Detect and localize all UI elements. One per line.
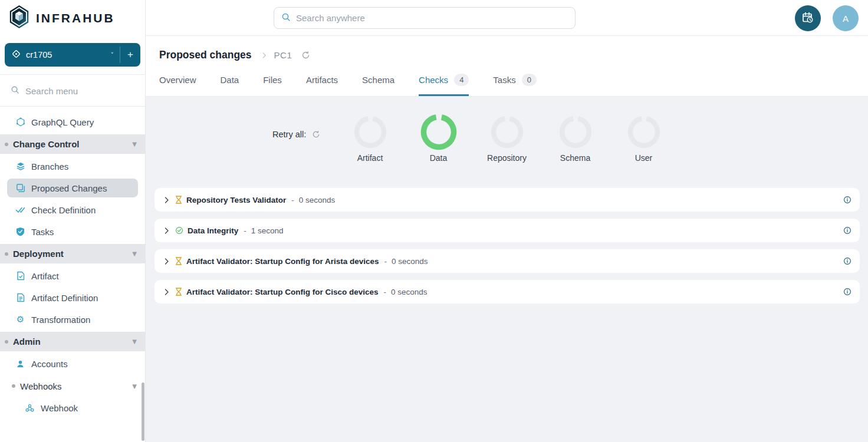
validator-row-data-integrity[interactable]: Data Integrity - 1 second xyxy=(154,219,860,242)
check-circle-success-icon xyxy=(175,226,183,235)
global-search-input[interactable] xyxy=(296,13,568,23)
shield-check-icon xyxy=(15,227,25,237)
sidebar-section-admin[interactable]: Admin ▼ xyxy=(0,332,145,351)
section-bullet-icon xyxy=(5,252,8,256)
chevron-right-icon[interactable] xyxy=(163,288,170,296)
sidebar-item-label: Branches xyxy=(31,161,68,171)
section-bullet-icon xyxy=(12,384,15,388)
sidebar-item-proposed-changes[interactable]: Proposed Changes xyxy=(7,179,138,197)
branches-icon xyxy=(15,161,25,171)
page-title: Proposed changes xyxy=(159,49,252,61)
sidebar-search[interactable] xyxy=(0,75,145,106)
sidebar-search-input[interactable] xyxy=(25,86,131,96)
chevron-down-icon[interactable]: ˅ xyxy=(105,51,120,59)
sidebar-item-branches[interactable]: Branches xyxy=(7,157,138,176)
info-icon[interactable] xyxy=(843,226,851,235)
info-icon[interactable] xyxy=(843,257,851,265)
sidebar-item-label: Transformation xyxy=(31,315,90,325)
brand-wordmark: INFRAHUB xyxy=(36,11,115,25)
page-header: Proposed changes PC1 Overview Data Files… xyxy=(146,36,868,97)
progress-ring-icon xyxy=(559,114,592,150)
checks-panel: Retry all: Artifact xyxy=(146,97,868,442)
logo[interactable]: INFRAHUB xyxy=(0,0,145,36)
sidebar-item-label: GraphQL Query xyxy=(31,117,94,127)
sidebar-item-label: Tasks xyxy=(31,227,54,237)
sidebar-item-label: Artifact xyxy=(31,271,59,281)
section-label: Admin xyxy=(13,337,41,347)
info-icon[interactable] xyxy=(843,288,851,296)
sidebar-item-label: Artifact Definition xyxy=(31,293,98,303)
avatar-initial: A xyxy=(843,14,849,24)
graphql-icon xyxy=(15,117,25,127)
gear-icon: ⚙ xyxy=(15,315,25,325)
hourglass-pending-icon xyxy=(175,257,182,265)
branch-selector[interactable]: cr1705 ˅ + xyxy=(5,43,140,67)
infrahub-logo-icon xyxy=(8,5,30,31)
validator-row-artifact-arista[interactable]: Artifact Validator: Startup Config for A… xyxy=(154,249,860,273)
filter-data[interactable]: Data xyxy=(418,114,459,163)
current-branch-label: cr1705 xyxy=(26,50,52,60)
tab-checks[interactable]: Checks 4 xyxy=(419,74,469,96)
sidebar-scrollbar[interactable] xyxy=(142,382,144,441)
sidebar-item-label: Check Definition xyxy=(31,205,96,215)
tab-tasks[interactable]: Tasks 0 xyxy=(493,74,537,96)
chevron-right-icon[interactable] xyxy=(163,227,170,235)
tab-schema[interactable]: Schema xyxy=(362,74,394,96)
tab-artifacts[interactable]: Artifacts xyxy=(306,74,338,96)
retry-all-refresh-icon[interactable] xyxy=(312,130,320,138)
add-branch-button[interactable]: + xyxy=(120,47,134,63)
chevron-right-icon[interactable] xyxy=(163,196,170,204)
sidebar-item-check-definition[interactable]: Check Definition xyxy=(7,200,138,219)
retry-all: Retry all: xyxy=(272,130,320,139)
sidebar-section-webhooks[interactable]: Webhooks ▼ xyxy=(0,377,145,395)
sidebar-item-label: Proposed Changes xyxy=(31,183,107,193)
tab-data[interactable]: Data xyxy=(221,74,239,96)
main-area: A Proposed changes PC1 Overview Data Fil… xyxy=(146,0,868,442)
filter-repository[interactable]: Repository xyxy=(486,114,528,163)
chevron-down-icon: ▼ xyxy=(132,141,137,147)
sidebar: INFRAHUB cr1705 ˅ + GraphQL Query xyxy=(0,0,146,442)
refresh-icon[interactable] xyxy=(301,51,310,60)
sidebar-item-transformation[interactable]: ⚙ Transformation xyxy=(7,310,138,329)
info-icon[interactable] xyxy=(843,196,851,204)
hourglass-pending-icon xyxy=(175,196,182,204)
calendar-clock-icon xyxy=(801,11,814,26)
tab-overview[interactable]: Overview xyxy=(159,74,196,96)
section-bullet-icon xyxy=(5,143,8,146)
search-icon xyxy=(11,85,19,97)
chevron-right-icon[interactable] xyxy=(163,258,170,265)
schedule-button[interactable] xyxy=(795,5,821,31)
sidebar-item-tasks[interactable]: Tasks xyxy=(7,222,138,241)
top-bar: A xyxy=(146,0,868,36)
hourglass-pending-icon xyxy=(175,288,182,296)
validator-list: Repository Tests Validator - 0 seconds D… xyxy=(146,170,868,304)
chevron-down-icon: ▼ xyxy=(132,250,137,257)
filter-schema[interactable]: Schema xyxy=(555,114,596,163)
filter-user[interactable]: User xyxy=(623,114,665,163)
validator-duration: 1 second xyxy=(251,226,284,235)
sidebar-item-accounts[interactable]: Accounts xyxy=(7,354,138,373)
chevron-down-icon: ▼ xyxy=(132,338,137,345)
filter-artifact[interactable]: Artifact xyxy=(350,114,391,163)
sidebar-item-artifact[interactable]: Artifact xyxy=(7,266,138,285)
validator-row-repository-tests[interactable]: Repository Tests Validator - 0 seconds xyxy=(154,188,860,212)
check-filters-row: Retry all: Artifact xyxy=(146,114,868,170)
sidebar-item-webhook[interactable]: Webhook xyxy=(7,398,138,417)
sidebar-item-label: Webhook xyxy=(41,403,78,413)
user-avatar[interactable]: A xyxy=(833,5,859,31)
app-window: INFRAHUB cr1705 ˅ + GraphQL Query xyxy=(0,0,868,442)
breadcrumb-item[interactable]: PC1 xyxy=(274,50,292,60)
global-search[interactable] xyxy=(274,7,576,29)
validator-name: Artifact Validator: Startup Config for C… xyxy=(186,288,379,296)
validator-name: Artifact Validator: Startup Config for A… xyxy=(186,257,379,266)
validator-row-artifact-cisco[interactable]: Artifact Validator: Startup Config for C… xyxy=(154,280,860,304)
sidebar-section-change-control[interactable]: Change Control ▼ xyxy=(0,134,145,154)
sidebar-item-artifact-definition[interactable]: Artifact Definition xyxy=(7,288,138,307)
sidebar-section-deployment[interactable]: Deployment ▼ xyxy=(0,244,145,263)
search-icon xyxy=(281,12,291,24)
proposed-changes-icon xyxy=(15,183,25,193)
checks-count-badge: 4 xyxy=(454,74,469,86)
tab-files[interactable]: Files xyxy=(263,74,282,96)
chevron-right-icon xyxy=(260,51,268,60)
sidebar-item-graphql-query[interactable]: GraphQL Query xyxy=(7,113,138,131)
